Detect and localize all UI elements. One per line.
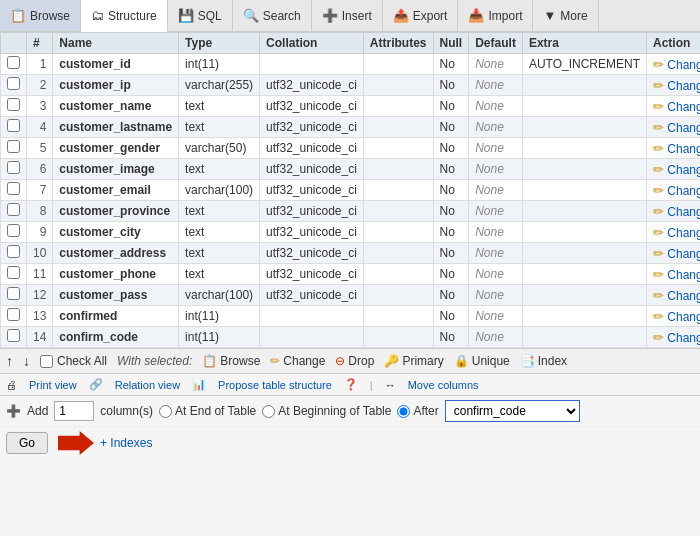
change-link[interactable]: Change [667, 289, 700, 303]
row-default: None [469, 180, 523, 201]
after-option[interactable]: After [397, 404, 438, 418]
row-attributes [363, 327, 433, 348]
action-unique-btn[interactable]: 🔒 Unique [454, 354, 510, 368]
row-checkbox[interactable] [7, 182, 20, 195]
change-icon[interactable]: ✏ [653, 330, 664, 345]
row-name: confirm_code [53, 327, 179, 348]
action-index-btn[interactable]: 📑 Index [520, 354, 567, 368]
add-count-input[interactable] [54, 401, 94, 421]
row-name: confirmed [53, 306, 179, 327]
change-link[interactable]: Change [667, 100, 700, 114]
row-checkbox[interactable] [7, 203, 20, 216]
change-icon[interactable]: ✏ [653, 267, 664, 282]
row-null: No [433, 264, 469, 285]
action-drop-btn[interactable]: ⊖ Drop [335, 354, 374, 368]
row-default: None [469, 327, 523, 348]
row-checkbox[interactable] [7, 287, 20, 300]
table-row: 9 customer_city text utf32_unicode_ci No… [1, 222, 701, 243]
row-collation: utf32_unicode_ci [260, 222, 364, 243]
row-num: 14 [27, 327, 53, 348]
row-type: text [179, 222, 260, 243]
action-change-btn[interactable]: ✏ Change [270, 354, 325, 368]
row-extra [522, 180, 646, 201]
change-link[interactable]: Change [667, 163, 700, 177]
row-checkbox[interactable] [7, 119, 20, 132]
row-checkbox[interactable] [7, 224, 20, 237]
change-link[interactable]: Change [667, 184, 700, 198]
table-row: 7 customer_email varchar(100) utf32_unic… [1, 180, 701, 201]
change-link[interactable]: Change [667, 226, 700, 240]
row-checkbox[interactable] [7, 245, 20, 258]
row-attributes [363, 180, 433, 201]
change-link[interactable]: Change [667, 331, 700, 345]
change-icon[interactable]: ✏ [653, 99, 664, 114]
after-radio[interactable] [397, 405, 410, 418]
change-icon[interactable]: ✏ [653, 204, 664, 219]
row-checkbox-cell [1, 54, 27, 75]
sql-icon: 💾 [178, 8, 194, 23]
change-link[interactable]: Change [667, 58, 700, 72]
change-icon[interactable]: ✏ [653, 309, 664, 324]
relation-view-link[interactable]: Relation view [115, 379, 180, 391]
action-browse-btn[interactable]: 📋 Browse [202, 354, 260, 368]
row-extra [522, 75, 646, 96]
change-icon[interactable]: ✏ [653, 225, 664, 240]
change-link[interactable]: Change [667, 268, 700, 282]
check-all-label[interactable]: Check All [40, 354, 107, 368]
browse-action-icon: 📋 [202, 354, 217, 368]
change-link[interactable]: Change [667, 247, 700, 261]
tab-structure[interactable]: 🗂 Structure [81, 0, 168, 32]
change-link[interactable]: Change [667, 205, 700, 219]
print-view-link[interactable]: Print view [29, 379, 77, 391]
propose-icon: 📊 [192, 378, 206, 391]
row-extra [522, 306, 646, 327]
row-checkbox[interactable] [7, 77, 20, 90]
change-link[interactable]: Change [667, 79, 700, 93]
row-num: 1 [27, 54, 53, 75]
change-icon[interactable]: ✏ [653, 162, 664, 177]
row-checkbox[interactable] [7, 98, 20, 111]
row-name: customer_email [53, 180, 179, 201]
row-checkbox[interactable] [7, 308, 20, 321]
change-icon[interactable]: ✏ [653, 246, 664, 261]
row-default: None [469, 243, 523, 264]
tab-import[interactable]: 📥 Import [458, 0, 533, 31]
tab-insert[interactable]: ➕ Insert [312, 0, 383, 31]
go-button[interactable]: Go [6, 432, 48, 454]
change-icon[interactable]: ✏ [653, 183, 664, 198]
propose-structure-link[interactable]: Propose table structure [218, 379, 332, 391]
change-icon[interactable]: ✏ [653, 120, 664, 135]
end-of-table-option[interactable]: At End of Table [159, 404, 256, 418]
tab-search[interactable]: 🔍 Search [233, 0, 312, 31]
check-all-checkbox[interactable] [40, 355, 53, 368]
move-columns-link[interactable]: Move columns [408, 379, 479, 391]
change-icon[interactable]: ✏ [653, 141, 664, 156]
change-link[interactable]: Change [667, 121, 700, 135]
search-icon: 🔍 [243, 8, 259, 23]
row-action: ✏ Change ⊖ Dro [647, 306, 701, 327]
row-checkbox[interactable] [7, 329, 20, 342]
beginning-of-table-option[interactable]: At Beginning of Table [262, 404, 391, 418]
change-link[interactable]: Change [667, 310, 700, 324]
end-radio[interactable] [159, 405, 172, 418]
beginning-radio[interactable] [262, 405, 275, 418]
tab-browse[interactable]: 📋 Browse [0, 0, 81, 31]
row-action: ✏ Change ⊖ Dro [647, 285, 701, 306]
tab-more[interactable]: ▼ More [533, 0, 598, 31]
after-column-select[interactable]: customer_idcustomer_ipcustomer_namecusto… [445, 400, 580, 422]
change-link[interactable]: Change [667, 142, 700, 156]
tab-sql[interactable]: 💾 SQL [168, 0, 233, 31]
row-checkbox[interactable] [7, 56, 20, 69]
table-header-row: # Name Type Collation Attributes Null De… [1, 33, 701, 54]
row-name: customer_gender [53, 138, 179, 159]
action-primary-btn[interactable]: 🔑 Primary [384, 354, 443, 368]
row-checkbox[interactable] [7, 266, 20, 279]
tab-export[interactable]: 📤 Export [383, 0, 459, 31]
change-icon[interactable]: ✏ [653, 288, 664, 303]
row-checkbox[interactable] [7, 161, 20, 174]
util-bar: 🖨 Print view 🔗 Relation view 📊 Propose t… [0, 373, 700, 395]
row-checkbox[interactable] [7, 140, 20, 153]
indexes-link[interactable]: + Indexes [100, 436, 152, 450]
change-icon[interactable]: ✏ [653, 78, 664, 93]
change-icon[interactable]: ✏ [653, 57, 664, 72]
